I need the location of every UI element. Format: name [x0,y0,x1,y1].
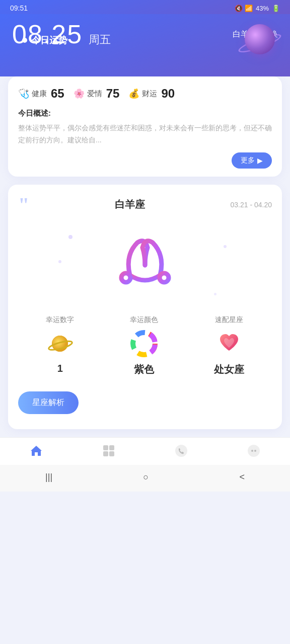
love-value: 75 [106,87,120,101]
lucky-items: 幸运数字 1 [18,315,272,376]
health-score-item: 🩺 健康 65 [18,87,64,101]
match-zodiac-icon [215,330,243,358]
match-zodiac-label: 速配星座 [215,315,243,325]
sys-home-button[interactable]: ○ [143,472,149,482]
lucky-color-item: 幸运颜色 [130,315,158,376]
lucky-color-value: 紫色 [134,363,154,376]
health-value: 65 [51,87,64,101]
quote-icon: " [18,195,29,215]
zodiac-symbol-area [18,220,272,310]
grid-icon [102,444,116,458]
more-button[interactable]: 更多 ▶ [232,152,272,169]
fortune-desc-text: 整体运势平平，偶尔会感觉有些迷茫和困惑，对未来会有一些新的思考，但还不确定前行的… [18,122,272,146]
love-label: 爱情 [87,89,102,99]
lucky-number-item: 幸运数字 1 [46,315,74,376]
fortune-scores: 🩺 健康 65 🌸 爱情 75 💰 财运 90 [18,87,272,101]
nav-home[interactable] [29,444,43,458]
status-time: 09:51 [10,4,28,12]
analyze-button-row: 星座解析 [18,376,272,414]
svg-point-1 [160,273,169,282]
section-dot [22,38,27,43]
bottom-nav [0,437,290,465]
deco-dot-3 [224,245,227,248]
svg-rect-14 [109,451,114,456]
home-icon [29,444,43,458]
zodiac-header: " 白羊座 03.21 - 04.20 [18,195,272,215]
section-title: 今日运势 [31,34,67,46]
analyze-button[interactable]: 星座解析 [18,391,79,414]
svg-rect-12 [109,445,114,450]
money-label: 财运 [142,89,157,99]
svg-point-10 [139,339,149,349]
svg-point-17 [251,450,253,452]
svg-rect-13 [103,451,108,456]
match-zodiac-value: 处女座 [214,363,244,376]
lucky-color-label: 幸运颜色 [130,315,158,325]
lucky-number-value: 1 [57,363,63,374]
fortune-card: 🩺 健康 65 🌸 爱情 75 💰 财运 90 今日概述: 整体运势平平，偶尔会… [8,76,282,177]
health-label: 健康 [32,89,47,99]
cards-area: 🩺 健康 65 🌸 爱情 75 💰 财运 90 今日概述: 整体运势平平，偶尔会… [0,76,290,437]
more-button-row: 更多 ▶ [18,152,272,169]
aries-symbol-svg [115,230,175,295]
money-value: 90 [161,87,175,101]
money-icon: 💰 [128,88,139,99]
header: 08.25 周五 白羊座 切换 今日运势 [0,14,290,76]
health-icon: 🩺 [18,88,29,99]
deco-dot-1 [68,235,72,239]
match-zodiac-item: 速配星座 处女座 [214,315,244,376]
status-icons: 🔇 📶 43% 🔋 [235,5,280,12]
nav-chat[interactable] [247,444,261,458]
sys-menu-button[interactable]: ||| [45,472,52,482]
deco-dot-4 [214,293,216,295]
love-score-item: 🌸 爱情 75 [74,87,120,101]
phone-icon [174,444,188,458]
system-nav-bar: ||| ○ < [0,465,290,492]
svg-rect-11 [103,445,108,450]
money-score-item: 💰 财运 90 [128,87,175,101]
status-battery: 43% [256,5,269,12]
nav-grid[interactable] [102,444,116,458]
section-header: 今日运势 [12,34,278,46]
zodiac-name: 白羊座 [115,198,145,211]
status-signal: 🔇 📶 [235,5,253,12]
love-icon: 🌸 [74,88,85,99]
sys-back-button[interactable]: < [239,472,245,482]
svg-point-15 [175,445,187,457]
lucky-color-icon [130,330,158,358]
battery-icon: 🔋 [272,5,280,12]
lucky-number-icon [46,330,74,358]
lucky-number-label: 幸运数字 [46,315,74,325]
svg-point-0 [121,273,130,282]
chat-icon [247,444,261,458]
svg-point-18 [254,450,256,452]
deco-dot-2 [58,260,61,263]
zodiac-date-range: 03.21 - 04.20 [230,201,272,209]
status-bar: 09:51 🔇 📶 43% 🔋 [0,0,290,14]
zodiac-card: " 白羊座 03.21 - 04.20 [8,185,282,429]
fortune-desc-title: 今日概述: [18,109,272,118]
more-arrow-icon: ▶ [257,156,263,165]
nav-phone[interactable] [174,444,188,458]
